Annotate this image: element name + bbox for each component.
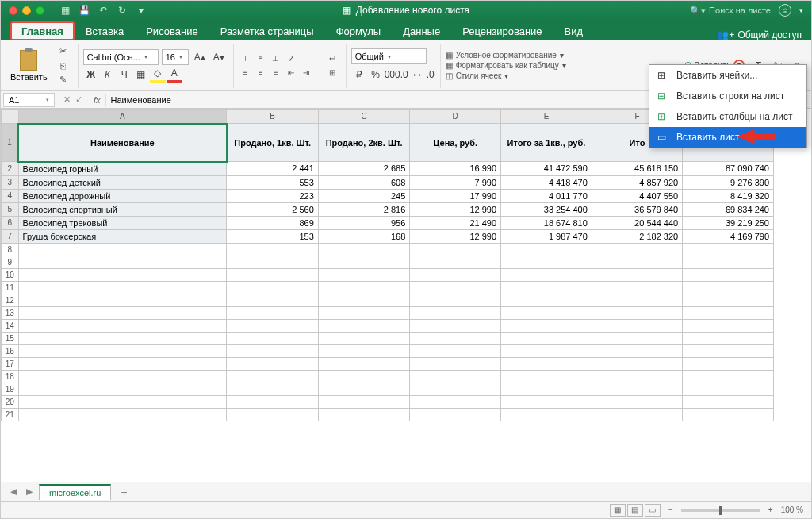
cell[interactable]: 168: [318, 229, 410, 243]
cell[interactable]: [18, 332, 227, 344]
align-center-icon[interactable]: ≡: [254, 67, 268, 79]
cell[interactable]: 9 276 390: [683, 175, 774, 189]
zoom-out-icon[interactable]: −: [668, 506, 673, 514]
cell[interactable]: Продано, 1кв. Шт.: [227, 124, 319, 162]
cell[interactable]: 2 685: [318, 162, 410, 176]
cell[interactable]: [592, 370, 682, 383]
row-header[interactable]: 19: [2, 383, 19, 395]
row-header[interactable]: 1: [2, 124, 19, 162]
cell[interactable]: [318, 294, 410, 306]
italic-button[interactable]: К: [100, 67, 116, 83]
redo-icon[interactable]: ↻: [116, 4, 128, 17]
format-painter-icon[interactable]: ✎: [56, 74, 71, 86]
cell[interactable]: [227, 383, 319, 395]
cancel-formula-icon[interactable]: ✕: [63, 94, 71, 105]
cell[interactable]: 4 169 790: [683, 229, 774, 243]
cell[interactable]: [18, 281, 227, 294]
cell[interactable]: [227, 243, 319, 256]
row-header[interactable]: 11: [2, 281, 19, 294]
cell[interactable]: [683, 383, 774, 395]
cell[interactable]: [318, 268, 410, 281]
cell[interactable]: 2 816: [318, 202, 410, 216]
cell[interactable]: [592, 268, 682, 281]
bold-button[interactable]: Ж: [83, 67, 99, 83]
indent-inc-icon[interactable]: ⇥: [299, 67, 313, 79]
cell[interactable]: [18, 395, 227, 408]
cell[interactable]: 4 407 550: [592, 189, 682, 202]
cell[interactable]: [18, 268, 227, 281]
cell[interactable]: [683, 344, 774, 357]
cell[interactable]: Велосипед трековый: [18, 216, 227, 229]
cell[interactable]: [410, 268, 501, 281]
row-header[interactable]: 4: [2, 189, 19, 202]
align-right-icon[interactable]: ≡: [269, 67, 283, 79]
tab-layout[interactable]: Разметка страницы: [209, 21, 325, 40]
cell[interactable]: [410, 383, 501, 395]
row-header[interactable]: 20: [2, 395, 19, 408]
row-header[interactable]: 6: [2, 216, 19, 229]
feedback-icon[interactable]: ☺: [779, 4, 791, 17]
cell[interactable]: 39 219 250: [683, 216, 774, 229]
tab-review[interactable]: Рецензирование: [451, 21, 553, 40]
row-header[interactable]: 18: [2, 370, 19, 383]
cell[interactable]: 12 990: [410, 202, 501, 216]
indent-dec-icon[interactable]: ⇤: [284, 67, 298, 79]
cell[interactable]: [501, 332, 592, 344]
row-header[interactable]: 21: [2, 408, 19, 421]
select-all-corner[interactable]: [2, 110, 19, 124]
cell[interactable]: [501, 256, 592, 268]
format-as-table[interactable]: ▦Форматировать как таблицу ▾: [446, 61, 566, 70]
cell[interactable]: [501, 268, 592, 281]
cell[interactable]: 20 544 440: [592, 216, 682, 229]
decrease-font-icon[interactable]: A▾: [211, 49, 227, 65]
zoom-in-icon[interactable]: +: [768, 506, 773, 514]
maximize-window[interactable]: [36, 6, 44, 15]
row-header[interactable]: 17: [2, 357, 19, 370]
cell[interactable]: [683, 243, 774, 256]
cell[interactable]: [410, 357, 501, 370]
border-button[interactable]: ▦: [133, 67, 149, 83]
cell[interactable]: 956: [318, 216, 410, 229]
zoom-slider[interactable]: [681, 509, 760, 512]
cell[interactable]: [410, 395, 501, 408]
cell[interactable]: [318, 281, 410, 294]
cell[interactable]: [227, 332, 319, 344]
cell[interactable]: [227, 370, 319, 383]
currency-icon[interactable]: ₽: [351, 67, 367, 83]
align-top-icon[interactable]: ⊤: [239, 52, 253, 65]
cell[interactable]: [227, 256, 319, 268]
cell[interactable]: [592, 408, 682, 421]
cell[interactable]: [592, 357, 682, 370]
menu-insert-cols[interactable]: ⊞Вставить столбцы на лист: [649, 106, 806, 127]
cell[interactable]: 7 990: [410, 175, 501, 189]
cell[interactable]: 553: [227, 175, 319, 189]
cell[interactable]: [592, 395, 682, 408]
row-header[interactable]: 15: [2, 332, 19, 344]
cell[interactable]: [501, 408, 592, 421]
cell[interactable]: 69 834 240: [683, 202, 774, 216]
save-icon[interactable]: ▦: [59, 4, 71, 17]
col-header[interactable]: D: [410, 110, 501, 124]
cell[interactable]: Цена, руб.: [410, 124, 501, 162]
col-header[interactable]: A: [18, 110, 227, 124]
orientation-icon[interactable]: ⤢: [284, 52, 298, 65]
cell[interactable]: [410, 344, 501, 357]
cell[interactable]: 4 857 920: [592, 175, 682, 189]
qat-dropdown-icon[interactable]: ▾: [135, 4, 147, 17]
cell[interactable]: [592, 306, 682, 319]
cell[interactable]: 153: [227, 229, 319, 243]
cell[interactable]: [18, 370, 227, 383]
row-header[interactable]: 9: [2, 256, 19, 268]
col-header[interactable]: C: [318, 110, 410, 124]
percent-icon[interactable]: %: [368, 67, 384, 83]
cell[interactable]: [318, 306, 410, 319]
cell[interactable]: 4 011 770: [501, 189, 592, 202]
cell[interactable]: 41 472 590: [501, 162, 592, 176]
row-header[interactable]: 5: [2, 202, 19, 216]
cell[interactable]: [592, 281, 682, 294]
cell[interactable]: [501, 370, 592, 383]
cell[interactable]: [410, 370, 501, 383]
cell[interactable]: [410, 332, 501, 344]
cell[interactable]: 608: [318, 175, 410, 189]
cell[interactable]: [592, 332, 682, 344]
